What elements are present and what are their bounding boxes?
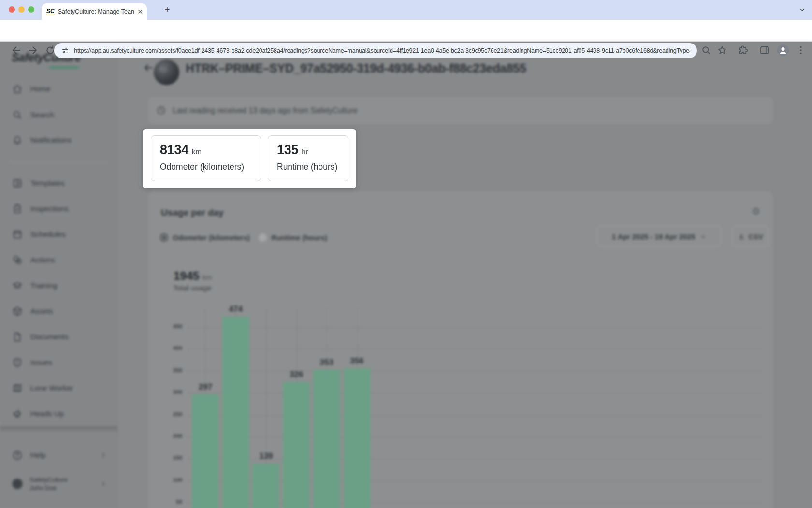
radio-label: Odometer (kilometers) (173, 233, 250, 242)
sidebar-item-label: Inspections (30, 204, 68, 213)
chevron-right-icon (100, 452, 107, 459)
browser-menu-kebab-icon[interactable] (795, 44, 807, 56)
runtime-value: 135 (277, 143, 298, 157)
y-axis-tick-label: 200 (154, 433, 182, 439)
clock-icon (156, 105, 166, 116)
site-settings-icon[interactable] (61, 46, 69, 55)
sidebar-item-label: Help (30, 451, 46, 460)
sidebar-item-search[interactable]: Search (6, 106, 112, 124)
sidebar-item-label: Assets (30, 307, 53, 316)
sidebar-item-assets[interactable]: Assets (6, 302, 112, 320)
usage-bar (344, 368, 371, 508)
page-title: HTRK–PRIME–SYD_97a52950-319d-4936-b0ab-f… (186, 61, 526, 75)
sidebar-item-label: Documents (30, 333, 68, 341)
bar-value-label: 139 (246, 451, 285, 461)
gear-icon[interactable]: ⚙ (752, 205, 760, 217)
sidebar-item-label: Schedules (30, 230, 65, 239)
browser-chrome: SC SafetyCulture: Manage Teams and... ✕ … (0, 0, 812, 42)
y-axis-tick-label: 100 (154, 477, 182, 483)
last-reading-text: Last reading received 13 days ago from S… (173, 106, 357, 115)
tab-close-icon[interactable]: ✕ (137, 8, 143, 15)
bookmark-star-icon[interactable] (716, 44, 728, 56)
account-org-name: SafetyCulture (29, 477, 68, 483)
gridline-horizontal (187, 437, 762, 437)
sidebar-item-notifications[interactable]: Notifications (6, 131, 112, 149)
sidebar-divider (10, 162, 108, 162)
gridline-horizontal (187, 393, 762, 393)
documents-icon (12, 331, 23, 343)
csv-label: CSV (749, 233, 763, 241)
radio-runtime[interactable]: Runtime (hours) (259, 233, 327, 242)
schedules-icon (12, 229, 23, 240)
url-text[interactable]: https://app.au.safetyculture.com/assets/… (74, 47, 690, 54)
sidebar-account[interactable]: SafetyCulture John Doe (6, 472, 112, 495)
gridline-horizontal (187, 327, 762, 328)
zoom-window-button[interactable] (28, 6, 34, 13)
sidebar-item-label: Actions (30, 256, 55, 264)
highlight-spotlight: 8134km Odometer (kilometers) 135hr Runti… (143, 129, 356, 188)
help-icon (12, 450, 23, 461)
sidebar-item-inspections[interactable]: Inspections (6, 200, 112, 218)
side-panel-icon[interactable] (759, 44, 770, 56)
date-range-dropdown[interactable]: 1 Apr 2025 - 19 Apr 2025 (597, 226, 722, 247)
extensions-puzzle-icon[interactable] (737, 44, 749, 56)
sidebar-item-heads-up[interactable]: Heads Up (6, 405, 112, 423)
bar-value-label: 356 (338, 356, 377, 366)
browser-profile-avatar[interactable] (777, 44, 789, 56)
chevron-right-icon (100, 480, 107, 487)
training-icon (12, 280, 23, 291)
sidebar-item-label: Lone Worker (30, 384, 73, 392)
runtime-metric-card[interactable]: 135hr Runtime (hours) (268, 135, 348, 181)
odometer-unit: km (192, 147, 202, 156)
sidebar-item-templates[interactable]: Templates (6, 174, 112, 192)
sidebar-item-documents[interactable]: Documents (6, 328, 112, 346)
tab-search-chevron-icon[interactable] (798, 6, 806, 14)
download-icon (738, 233, 745, 241)
sidebar-item-home[interactable]: Home (6, 80, 112, 98)
reading-type-radios: Odometer (kilometers) Runtime (hours) (160, 233, 327, 242)
address-bar[interactable]: https://app.au.safetyculture.com/assets/… (54, 43, 697, 58)
radio-label: Runtime (hours) (271, 233, 327, 242)
usage-bar (192, 394, 219, 508)
minimize-window-button[interactable] (18, 6, 25, 13)
org-avatar (12, 478, 23, 490)
odometer-metric-card[interactable]: 8134km Odometer (kilometers) (151, 135, 261, 181)
main-content: HTRK–PRIME–SYD_97a52950-319d-4936-b0ab-f… (117, 42, 812, 508)
sidebar-item-schedules[interactable]: Schedules (6, 225, 112, 244)
last-reading-banner: Last reading received 13 days ago from S… (149, 98, 772, 123)
sidebar-item-lone-worker[interactable]: Lone Worker (6, 379, 112, 397)
y-axis-tick-label: 150 (154, 455, 182, 461)
sidebar-item-issues[interactable]: Issues (6, 353, 112, 372)
chevron-down-icon (700, 233, 707, 240)
sidebar-item-training[interactable]: Training (6, 276, 112, 295)
sidebar-item-help[interactable]: Help (6, 446, 112, 464)
bell-icon (12, 134, 23, 146)
radio-odometer[interactable]: Odometer (kilometers) (160, 233, 250, 242)
sidebar-item-label: Search (30, 111, 54, 119)
zoom-lens-icon[interactable] (700, 44, 712, 56)
sidebar: SafetyCulture HomeSearchNotificationsTem… (0, 42, 117, 508)
bar-value-label: 326 (277, 370, 316, 379)
browser-toolbar: https://app.au.safetyculture.com/assets/… (0, 20, 812, 42)
sidebar-item-actions[interactable]: Actions (6, 251, 112, 269)
gridline-horizontal (187, 349, 762, 349)
new-tab-button[interactable]: + (162, 5, 172, 15)
csv-download-button[interactable]: CSV (732, 226, 768, 247)
date-range-value: 1 Apr 2025 - 19 Apr 2025 (612, 232, 695, 241)
usage-bar (283, 382, 310, 508)
lone-worker-icon (12, 382, 23, 394)
close-window-button[interactable] (9, 6, 15, 13)
heads-up-icon (12, 408, 23, 420)
gridline-horizontal (187, 371, 762, 372)
odometer-label: Odometer (kilometers) (160, 162, 261, 172)
sidebar-item-label: Heads Up (30, 409, 64, 418)
browser-tab[interactable]: SC SafetyCulture: Manage Teams and... ✕ (42, 3, 147, 20)
usage-bar (252, 464, 279, 508)
assets-icon (12, 305, 23, 317)
templates-icon (12, 177, 23, 189)
forward-button[interactable] (27, 44, 39, 56)
odometer-value: 8134 (160, 143, 188, 157)
back-arrow-button[interactable] (143, 62, 154, 73)
usage-bar (313, 370, 340, 508)
back-button[interactable] (11, 44, 22, 56)
